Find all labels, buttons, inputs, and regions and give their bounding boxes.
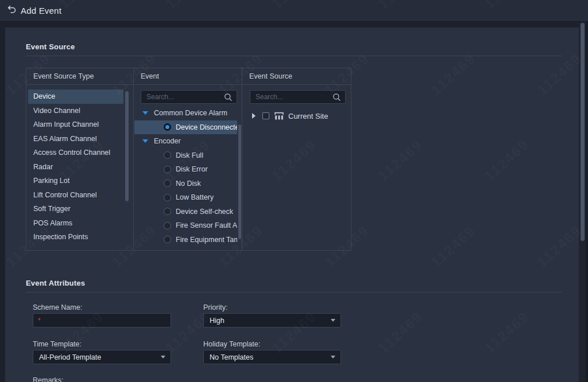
source-type-item[interactable]: Access Control Channel [28,146,123,160]
source-type-item[interactable]: Inspection Points [28,230,123,244]
scheme-name-label: Scheme Name: [33,303,82,311]
page-right-edge [586,22,588,382]
priority-value: High [210,317,225,325]
tree-node-label: Device Self-check [176,208,233,216]
event-attributes-heading: Event Attributes [26,279,85,287]
radio-button[interactable] [164,166,171,173]
event-source-heading: Event Source [26,42,75,51]
add-event-page: Add Event Event Source Event Source Type… [0,0,588,382]
undo-back-icon [7,5,17,17]
chevron-down-icon [161,356,165,358]
watermark-text: 112469 [0,136,1,184]
event-tree-item[interactable]: Disk Error [134,162,237,177]
event-tree-group[interactable]: Common Device Alarm [134,106,242,120]
scheme-name-field: * [33,313,171,328]
event-tree-group[interactable]: Encoder [134,134,242,149]
event-column: Common Device AlarmDevice DisconnectedEn… [133,85,242,250]
event-source-chooser: Event Source Type Event Event Source Dev… [26,68,351,251]
event-search-input[interactable] [141,91,237,103]
tree-node-label: Fire Sensor Fault Ala... [176,221,237,229]
time-template-label: Time Template: [33,340,82,348]
source-type-item[interactable]: POS Alarms [28,216,123,231]
radio-button[interactable] [164,222,171,229]
expand-arrow-icon[interactable] [142,111,148,115]
event-tree-item[interactable]: Disk Full [134,149,237,163]
radio-button[interactable] [164,151,171,159]
tree-node-label: Disk Error [176,165,208,173]
tree-node-label: Low Battery [176,193,214,201]
priority-label: Priority: [203,303,227,311]
scheme-name-input[interactable] [33,314,171,327]
source-search-input[interactable] [250,91,345,103]
remarks-label: Remarks: [33,376,63,382]
source-type-item[interactable]: EAS Alarm Channel [28,132,123,146]
event-source-column: Current Site [242,85,351,250]
event-tree-item[interactable]: Device Disconnected [134,120,237,135]
event-source-divider [26,56,562,56]
source-type-scrollbar[interactable] [125,91,129,201]
main-panel: Event Source Event Source Type Event Eve… [5,28,579,382]
radio-button[interactable] [164,194,171,201]
back-button[interactable] [7,5,17,17]
radio-button[interactable] [164,123,171,131]
expand-arrow-icon[interactable] [142,139,148,143]
chooser-header: Event Source Type Event Event Source [26,68,351,85]
type-column-header: Event Source Type [26,68,133,84]
source-type-list: DeviceVideo ChannelAlarm Input ChannelEA… [26,89,133,244]
source-type-item[interactable]: Soft Trigger [28,202,123,216]
event-tree-item[interactable]: Device Self-check [134,205,237,219]
source-type-item[interactable]: Device [28,89,123,104]
tree-node-label: Disk Full [176,151,203,159]
event-column-header: Event [133,68,242,84]
source-type-item[interactable]: Parking Lot [28,174,123,188]
holiday-template-value: No Templates [210,353,253,361]
radio-button[interactable] [164,180,171,187]
holiday-template-select[interactable]: No Templates [203,350,341,364]
tree-node-label: Common Device Alarm [154,109,227,117]
tree-node-label: Encoder [154,137,181,145]
current-site-checkbox[interactable] [262,112,269,119]
source-type-item[interactable]: Lift Control Channel [28,188,123,202]
event-tree: Common Device AlarmDevice DisconnectedEn… [134,106,242,247]
tree-node-label: Device Disconnected [176,123,237,131]
radio-button[interactable] [164,236,171,243]
site-icon [274,112,284,120]
radio-button[interactable] [164,208,171,215]
event-attributes-divider [26,292,562,293]
event-tree-item[interactable]: Fire Sensor Fault Ala... [134,219,237,233]
page-title: Add Event [21,6,61,15]
event-tree-scrollbar[interactable] [238,124,241,239]
tree-node-label: No Disk [176,180,201,188]
current-site-label: Current Site [288,112,328,120]
tree-node-label: Fire Equipment Tam... [176,236,237,244]
source-column-header: Event Source [242,68,351,84]
source-type-item[interactable]: Radar [28,160,123,174]
event-tree-item[interactable]: No Disk [134,177,237,191]
holiday-template-label: Holiday Template: [203,340,260,348]
expand-arrow-icon[interactable] [252,113,256,119]
watermark-text: 112469 [0,308,1,356]
source-type-column: DeviceVideo ChannelAlarm Input ChannelEA… [26,85,133,250]
event-tree-item[interactable]: Fire Equipment Tam... [134,233,237,247]
chevron-down-icon [331,356,335,358]
topbar: Add Event [0,0,588,22]
current-site-node[interactable]: Current Site [242,109,351,123]
chevron-down-icon [331,319,335,322]
page-scrollbar-thumb[interactable] [581,23,585,241]
source-type-item[interactable]: Alarm Input Channel [28,118,123,132]
source-type-item[interactable]: Video Channel [28,104,123,118]
time-template-select[interactable]: All-Period Template [33,350,171,364]
event-tree-item[interactable]: Low Battery [134,190,237,205]
source-search-box [250,90,346,104]
priority-select[interactable]: High [203,313,341,328]
search-icon [332,93,341,104]
search-icon [224,93,233,104]
event-search-box [141,90,237,104]
time-template-value: All-Period Template [39,353,101,361]
